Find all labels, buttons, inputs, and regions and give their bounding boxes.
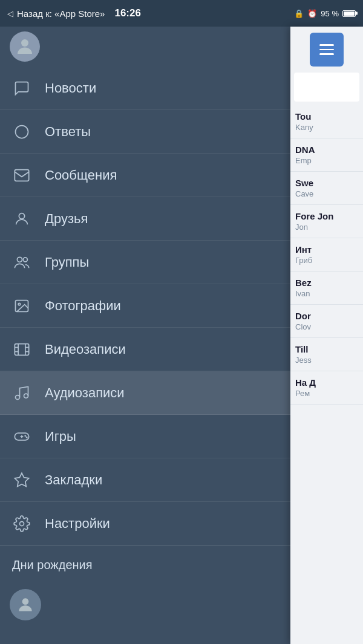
music-icon bbox=[12, 383, 31, 403]
svg-point-16 bbox=[24, 394, 28, 398]
menu-item-audio[interactable]: Аудиозаписи bbox=[0, 371, 315, 415]
menu-label-groups: Группы bbox=[45, 255, 89, 270]
right-item-subtitle-8: Рем bbox=[295, 389, 358, 398]
gamepad-icon bbox=[12, 427, 31, 446]
right-item-5[interactable]: BezIvan bbox=[290, 272, 363, 305]
right-item-subtitle-7: Jess bbox=[295, 356, 358, 365]
menu-label-messages: Сообщения bbox=[45, 168, 117, 183]
right-item-6[interactable]: DorClov bbox=[290, 305, 363, 338]
svg-marker-22 bbox=[15, 473, 28, 486]
bottom-avatar[interactable] bbox=[10, 589, 41, 620]
menu-item-games[interactable]: Игры bbox=[0, 415, 315, 458]
svg-point-0 bbox=[21, 39, 28, 47]
battery-percent: 95 % bbox=[321, 9, 339, 18]
svg-point-24 bbox=[22, 598, 29, 605]
right-item-title-6: Dor bbox=[295, 311, 358, 321]
film-icon bbox=[12, 340, 31, 359]
svg-point-23 bbox=[20, 521, 24, 525]
svg-point-15 bbox=[16, 395, 20, 399]
birthday-label: Дни рождения bbox=[12, 558, 93, 572]
hamburger-button[interactable] bbox=[310, 33, 344, 67]
status-time: 16:26 bbox=[114, 7, 140, 19]
star-icon bbox=[12, 470, 31, 490]
birthday-row[interactable]: Дни рождения › bbox=[0, 545, 315, 584]
right-item-title-8: На Д bbox=[295, 377, 358, 388]
status-right: 🔒 ⏰ 95 % bbox=[294, 9, 356, 18]
photo-icon bbox=[12, 296, 31, 316]
svg-point-7 bbox=[18, 303, 21, 305]
menu-item-settings[interactable]: Настройки bbox=[0, 502, 315, 545]
menu-item-photos[interactable]: Фотографии bbox=[0, 284, 315, 328]
menu-label-photos: Фотографии bbox=[45, 298, 121, 314]
menu-label-games: Игры bbox=[45, 429, 76, 444]
right-panel: TouKanyDNAEmpSweCaveFore JonJonИнтГрибBe… bbox=[290, 27, 363, 644]
back-arrow: ◁ bbox=[7, 9, 13, 18]
svg-point-21 bbox=[27, 437, 27, 437]
menu-item-bookmarks[interactable]: Закладки bbox=[0, 458, 315, 502]
right-item-4[interactable]: ИнтГриб bbox=[290, 238, 363, 272]
menu-item-friends[interactable]: Друзья bbox=[0, 197, 315, 241]
svg-point-4 bbox=[17, 257, 22, 262]
back-label[interactable]: Назад к: «App Store» bbox=[17, 8, 105, 19]
right-item-2[interactable]: SweCave bbox=[290, 172, 363, 205]
right-item-1[interactable]: DNAEmp bbox=[290, 138, 363, 172]
right-item-subtitle-0: Kany bbox=[295, 123, 358, 132]
hamburger-line-3 bbox=[319, 53, 334, 55]
right-item-subtitle-3: Jon bbox=[295, 223, 358, 232]
battery-icon bbox=[342, 10, 356, 17]
right-item-title-4: Инт bbox=[295, 244, 358, 255]
right-item-0[interactable]: TouKany bbox=[290, 105, 363, 138]
right-item-8[interactable]: На ДРем bbox=[290, 371, 363, 405]
right-item-3[interactable]: Fore JonJon bbox=[290, 205, 363, 238]
svg-point-20 bbox=[25, 435, 25, 436]
menu-item-news[interactable]: Новости bbox=[0, 67, 315, 110]
menu-label-answers: Ответы bbox=[45, 124, 91, 140]
status-left: ◁ Назад к: «App Store» 16:26 bbox=[7, 7, 141, 19]
right-top-box bbox=[294, 73, 359, 102]
menu-item-messages[interactable]: Сообщения bbox=[0, 154, 315, 197]
sidebar: НовостиОтветыСообщенияДрузьяГруппыФотогр… bbox=[0, 27, 315, 644]
status-bar: ◁ Назад к: «App Store» 16:26 🔒 ⏰ 95 % bbox=[0, 0, 363, 27]
right-item-title-0: Tou bbox=[295, 111, 358, 122]
menu-item-videos[interactable]: Видеозаписи bbox=[0, 328, 315, 371]
top-avatar[interactable] bbox=[10, 31, 40, 62]
lock-icon: 🔒 bbox=[294, 9, 304, 18]
right-item-subtitle-1: Emp bbox=[295, 156, 358, 165]
menu-label-audio: Аудиозаписи bbox=[45, 385, 125, 401]
svg-rect-2 bbox=[15, 169, 28, 181]
right-item-title-7: Till bbox=[295, 344, 358, 354]
main-layout: НовостиОтветыСообщенияДрузьяГруппыФотогр… bbox=[0, 27, 363, 644]
menu-label-settings: Настройки bbox=[45, 516, 110, 532]
hamburger-line-1 bbox=[319, 44, 334, 46]
right-item-title-5: Bez bbox=[295, 278, 358, 288]
svg-point-5 bbox=[23, 257, 27, 261]
right-item-7[interactable]: TillJess bbox=[290, 338, 363, 371]
chat-bubble-icon bbox=[12, 79, 31, 98]
menu-label-news: Новости bbox=[45, 80, 96, 96]
svg-rect-8 bbox=[15, 343, 28, 355]
right-item-subtitle-2: Cave bbox=[295, 189, 358, 198]
right-item-subtitle-6: Clov bbox=[295, 322, 358, 331]
right-item-title-3: Fore Jon bbox=[295, 211, 358, 221]
menu-item-groups[interactable]: Группы bbox=[0, 241, 315, 284]
envelope-icon bbox=[12, 166, 31, 185]
person-icon bbox=[12, 209, 31, 229]
right-item-title-1: DNA bbox=[295, 145, 358, 155]
right-items-container: TouKanyDNAEmpSweCaveFore JonJonИнтГрибBe… bbox=[290, 105, 363, 405]
gear-icon bbox=[12, 514, 31, 533]
menu-item-answers[interactable]: Ответы bbox=[0, 110, 315, 154]
svg-point-3 bbox=[19, 213, 24, 218]
menu-label-videos: Видеозаписи bbox=[45, 342, 126, 357]
right-item-title-2: Swe bbox=[295, 178, 358, 188]
chat-outline-icon bbox=[12, 122, 31, 141]
right-item-subtitle-5: Ivan bbox=[295, 289, 358, 298]
menu-label-bookmarks: Закладки bbox=[45, 472, 102, 488]
alarm-icon: ⏰ bbox=[307, 9, 317, 18]
menu-container: НовостиОтветыСообщенияДрузьяГруппыФотогр… bbox=[0, 67, 315, 545]
persons-icon bbox=[12, 253, 31, 272]
hamburger-line-2 bbox=[319, 49, 334, 51]
right-item-subtitle-4: Гриб bbox=[295, 256, 358, 265]
menu-label-friends: Друзья bbox=[45, 211, 88, 227]
